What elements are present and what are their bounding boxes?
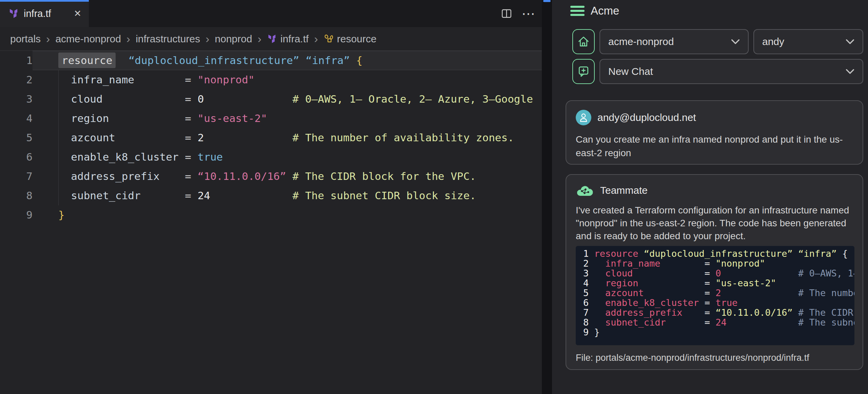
app-window: infra.tf ✕ ⋯ portals›acme-nonprod›infras… [0, 0, 868, 394]
indent-guide [58, 70, 59, 205]
chevron-down-icon [846, 39, 854, 44]
line-number: 3 [583, 268, 594, 278]
user-message-card: andy@duplocloud.net Can you create me an… [566, 100, 863, 165]
terraform-icon [8, 8, 19, 19]
breadcrumb-separator: › [309, 32, 323, 45]
home-button[interactable] [572, 29, 595, 54]
line-number: 4 [0, 109, 33, 128]
new-chat-button[interactable] [572, 59, 595, 84]
line-number: 4 [583, 278, 594, 288]
line-number: 2 [0, 70, 33, 89]
line-number: 3 [0, 89, 33, 109]
app-name: Acme [591, 4, 619, 17]
tenant-dropdown[interactable]: acme-nonprod [599, 29, 749, 54]
close-icon[interactable]: ✕ [74, 8, 81, 19]
breadcrumb-label: infrastructures [136, 33, 200, 45]
line-number: 7 [0, 167, 33, 186]
line-number: 8 [0, 186, 33, 205]
breadcrumb-separator: › [200, 32, 215, 45]
code-line[interactable]: 2 infra_name = "nonprod" [0, 70, 542, 89]
tab-label: infra.tf [24, 8, 51, 19]
user-dropdown[interactable]: andy [753, 29, 863, 54]
line-number: 1 [583, 249, 594, 258]
assistant-message-header: Teammate [576, 184, 853, 197]
line-number: 5 [583, 288, 594, 298]
snippet-line: 2 infra_name = "nonprod" [583, 258, 854, 268]
teammate-logo-icon [576, 184, 594, 197]
line-number: 9 [583, 327, 594, 337]
breadcrumb-item-infrastructures[interactable]: infrastructures [136, 33, 200, 45]
user-dropdown-value: andy [762, 36, 784, 47]
breadcrumb-separator: › [41, 32, 55, 45]
code-line[interactable]: 5 azcount = 2 # The number of availabili… [0, 128, 542, 147]
line-number: 7 [583, 308, 594, 317]
code-snippet: 1 resource “duplocloud_infrastructure” “… [576, 246, 854, 345]
user-avatar [576, 110, 591, 125]
file-caption: File: portals/acme-nonprod/infrastructur… [576, 353, 853, 363]
code-line[interactable]: 3 cloud = 0 # 0—AWS, 1— Oracle, 2— Azure… [0, 89, 542, 109]
line-number: 6 [0, 147, 33, 167]
breadcrumb-item-infra.tf[interactable]: infra.tf [267, 33, 309, 45]
breadcrumb-item-resource[interactable]: resource [323, 33, 377, 45]
line-number: 8 [583, 317, 594, 327]
snippet-line: 4 region = "us-east-2" [583, 278, 854, 288]
line-number: 6 [583, 298, 594, 308]
breadcrumb-item-acme-nonprod[interactable]: acme-nonprod [55, 33, 121, 45]
breadcrumb-item-nonprod[interactable]: nonprod [215, 33, 252, 45]
line-number: 5 [0, 128, 33, 147]
chevron-down-icon [731, 39, 740, 44]
assistant-message-card: Teammate I've created a Terraform config… [566, 174, 863, 370]
chat-dropdown-value: New Chat [608, 66, 653, 77]
assistant-panel: Acme acme-nonprod andy [552, 0, 868, 394]
user-message-header: andy@duplocloud.net [576, 110, 853, 125]
snippet-line: 5 azcount = 2 # The number of availabili… [583, 288, 854, 298]
breadcrumb-label: portals [10, 33, 41, 45]
code-line[interactable]: 7 address_prefix = “10.11.0.0/16” # The … [0, 167, 542, 186]
tenant-dropdown-value: acme-nonprod [608, 36, 674, 47]
user-message-text: Can you create me an infra named nonprod… [576, 133, 853, 160]
new-chat-icon [577, 65, 590, 78]
line-number: 9 [0, 205, 33, 225]
assistant-message-text: I've created a Terraform configuration f… [576, 204, 853, 243]
chat-dropdown[interactable]: New Chat [599, 59, 863, 84]
breadcrumb-label: resource [337, 33, 377, 45]
chevron-down-icon [846, 69, 854, 74]
terraform-icon [267, 34, 277, 44]
code-line[interactable]: 8 subnet_cidr = 24 # The subnet CIDR blo… [0, 186, 542, 205]
code-line[interactable]: 9} [0, 205, 542, 225]
snippet-line: 9 } [583, 327, 854, 337]
breadcrumb-label: acme-nonprod [55, 33, 121, 45]
snippet-line: 3 cloud = 0 # 0—AWS, 1— Oracle, 2— Azure… [583, 268, 854, 278]
pane-divider[interactable] [542, 0, 552, 394]
line-number: 1 [0, 51, 33, 70]
more-actions-icon[interactable]: ⋯ [521, 7, 536, 20]
breadcrumb: portals›acme-nonprod›infrastructures›non… [0, 27, 542, 51]
menu-icon[interactable] [570, 6, 585, 18]
code-line[interactable]: 1resource “duplocloud_infrastructure” “i… [0, 51, 542, 70]
home-icon [577, 35, 590, 48]
code-line[interactable]: 4 region = "us-east-2" [0, 109, 542, 128]
assistant-name: Teammate [600, 185, 648, 196]
snippet-line: 7 address_prefix = “10.11.0.0/16” # The … [583, 308, 854, 317]
divider-accent [543, 0, 551, 2]
editor-actions: ⋯ [500, 0, 536, 27]
split-editor-icon[interactable] [500, 7, 513, 20]
symbol-icon [323, 34, 334, 44]
tab-bar: infra.tf ✕ ⋯ [0, 0, 542, 27]
breadcrumb-label: infra.tf [280, 33, 309, 45]
snippet-line: 1 resource “duplocloud_infrastructure” “… [583, 249, 854, 258]
code-editor[interactable]: 1resource “duplocloud_infrastructure” “i… [0, 51, 542, 225]
line-number: 2 [583, 258, 594, 268]
breadcrumb-item-portals[interactable]: portals [10, 33, 41, 45]
breadcrumb-separator: › [252, 32, 267, 45]
breadcrumb-label: nonprod [215, 33, 252, 45]
code-line[interactable]: 6 enable_k8_cluster = true [0, 147, 542, 167]
snippet-line: 6 enable_k8_cluster = true [583, 298, 854, 308]
tab-infra-tf[interactable]: infra.tf ✕ [0, 0, 89, 27]
editor-pane: infra.tf ✕ ⋯ portals›acme-nonprod›infras… [0, 0, 542, 394]
snippet-line: 8 subnet_cidr = 24 # The subnet CIDR blo… [583, 317, 854, 327]
breadcrumb-separator: › [121, 32, 136, 45]
user-name: andy@duplocloud.net [597, 112, 696, 123]
